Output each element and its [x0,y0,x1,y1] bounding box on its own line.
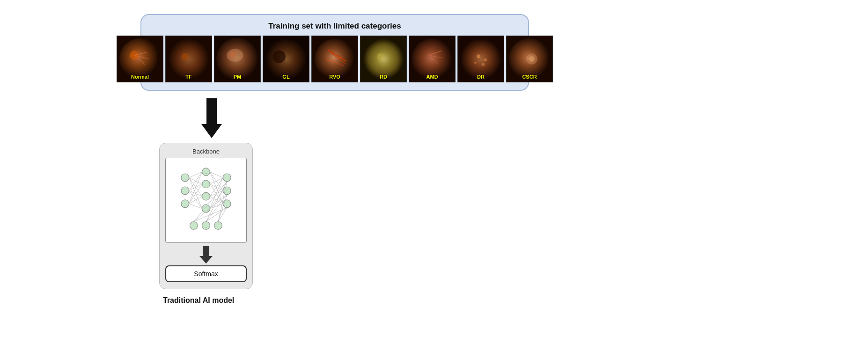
svg-text:...: ... [184,176,186,180]
svg-point-34 [481,63,485,66]
svg-point-24 [377,53,384,60]
label-dr: DR [477,74,485,80]
svg-point-47 [202,205,210,212]
label-amd: AMD [426,74,438,80]
training-title: Training set with limited categories [149,22,521,31]
training-box: Training set with limited categories [140,14,529,91]
svg-point-33 [484,59,487,61]
svg-point-35 [474,61,477,64]
svg-point-41 [181,187,189,195]
eye-image-rd: RD [360,36,407,82]
arrow2-shaft [203,246,209,256]
label-rvo: RVO [329,74,340,80]
softmax-box: Softmax [165,265,247,282]
svg-point-51 [223,200,231,208]
svg-point-32 [477,54,480,58]
arrow2-head [199,256,213,264]
svg-point-15 [273,50,286,63]
svg-point-7 [169,39,209,79]
svg-point-39 [529,56,535,62]
svg-line-87 [218,208,227,222]
svg-point-26 [412,38,453,80]
svg-line-86 [194,195,227,222]
svg-point-14 [265,38,307,80]
svg-line-69 [210,184,223,190]
svg-text:...: ... [205,224,207,228]
svg-point-1 [119,38,161,80]
svg-point-42 [181,200,189,208]
svg-line-73 [210,196,223,204]
eye-image-amd: AMD [409,36,456,82]
svg-line-89 [194,208,227,222]
label-rd: RD [380,74,387,80]
arrow-to-softmax [165,246,247,264]
label-pm: PM [234,74,242,80]
svg-line-68 [210,177,223,184]
label-normal: Normal [131,74,149,80]
svg-point-46 [202,192,210,200]
eye-image-pm: PM [214,36,261,82]
backbone-title: Backbone [165,148,247,155]
neural-network-box: ... ... ... [165,158,247,243]
svg-point-45 [202,180,210,188]
main-container: Training set with limited categories [0,0,868,337]
eye-image-rvo: RVO [311,36,358,82]
arrow-head [201,124,222,138]
softmax-label: Softmax [194,270,218,278]
eye-image-gl: GL [263,36,309,82]
svg-text:...: ... [205,170,207,175]
label-gl: GL [282,74,289,80]
svg-point-8 [181,53,189,60]
label-tf: TF [185,74,191,80]
eye-image-normal: Normal [117,36,163,82]
svg-text:...: ... [226,176,228,180]
nn-diagram: ... ... ... [168,162,244,237]
svg-line-63 [189,196,202,204]
arrow-down [201,98,222,138]
svg-point-31 [460,38,501,80]
eye-image-dr: DR [457,36,504,82]
label-cscr: CSCR [522,74,537,80]
svg-point-79 [214,222,222,230]
svg-point-12 [229,51,236,58]
backbone-box: Backbone ... ... ... [159,143,253,289]
images-row: Normal TF [149,36,521,82]
model-label: Traditional AI model [163,296,234,305]
svg-point-77 [190,222,198,230]
svg-line-54 [189,177,202,184]
eye-image-tf: TF [165,36,212,82]
eye-image-cscr: CSCR [506,36,553,82]
arrow-shaft [206,98,217,124]
